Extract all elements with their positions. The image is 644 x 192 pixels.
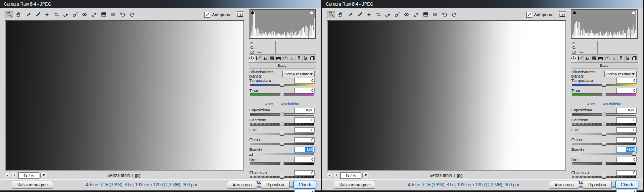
slider-thumb[interactable]	[280, 142, 284, 146]
tab-effects[interactable]: fx	[611, 55, 618, 62]
reset-button[interactable]: Ripristina	[261, 181, 290, 189]
fullscreen-toggle-icon[interactable]	[236, 11, 244, 18]
white-balance-select[interactable]: Come scattato	[282, 71, 315, 77]
hand-tool[interactable]	[336, 11, 345, 18]
save-image-button[interactable]: Salva immagine	[334, 181, 375, 189]
auto-link[interactable]: Auto	[265, 102, 273, 106]
panel-menu-icon[interactable]	[310, 63, 315, 68]
default-link[interactable]: Predefinito	[281, 102, 299, 106]
fullscreen-toggle-icon[interactable]	[558, 11, 566, 18]
zoom-level-dropdown[interactable]	[40, 173, 47, 178]
shadow-clipping-indicator-icon[interactable]	[572, 11, 577, 14]
slider-value-input[interactable]: 0	[294, 170, 315, 176]
slider-thumb[interactable]	[280, 122, 284, 126]
close-button[interactable]: Chiudi	[293, 181, 316, 189]
rotate-right-tool[interactable]	[450, 11, 458, 18]
preview-toggle[interactable]: Anteprima	[204, 12, 231, 18]
zoom-level-field[interactable]: 49,4%	[340, 172, 361, 179]
slider-thumb[interactable]	[602, 93, 606, 96]
slider-value-input[interactable]: +100	[616, 147, 637, 153]
tab-detail[interactable]	[262, 55, 269, 62]
zoom-in-button[interactable]: +	[12, 173, 17, 178]
crop-tool[interactable]	[374, 11, 383, 18]
hand-tool[interactable]	[14, 11, 23, 18]
slider-thumb[interactable]	[602, 142, 606, 146]
slider-track[interactable]	[572, 176, 636, 178]
slider-value-input[interactable]: 0	[616, 127, 637, 133]
slider-thumb[interactable]	[602, 162, 606, 165]
slider-value-input[interactable]: 0	[294, 117, 315, 123]
targeted-adjustment-tool[interactable]	[365, 11, 373, 18]
histogram[interactable]	[249, 9, 316, 39]
slider-thumb[interactable]	[602, 83, 606, 87]
slider-thumb[interactable]	[602, 175, 606, 179]
slider-thumb[interactable]	[280, 175, 284, 179]
slider-track[interactable]	[572, 133, 636, 135]
zoom-level-dropdown[interactable]	[362, 173, 369, 178]
slider-value-input[interactable]: 0	[294, 157, 315, 162]
slider-value-input[interactable]: 0	[616, 88, 637, 93]
slider-value-input[interactable]: 0,00	[616, 108, 637, 113]
workflow-options-link[interactable]: Adobe RGB (1998); 8 bit; 1920 per 1200 (…	[374, 183, 553, 187]
shadow-clipping-indicator-icon[interactable]	[250, 11, 255, 14]
tab-hsl-grayscale[interactable]	[591, 55, 598, 62]
red-eye-tool[interactable]	[80, 11, 89, 18]
tab-basic[interactable]	[249, 55, 255, 62]
tab-snapshots[interactable]	[309, 55, 316, 62]
slider-value-input[interactable]: 0	[616, 117, 637, 123]
slider-thumb[interactable]	[602, 112, 606, 116]
color-sampler-tool[interactable]	[355, 11, 364, 18]
tab-split-toning[interactable]	[598, 55, 605, 62]
tab-camera-calibration[interactable]	[296, 55, 303, 62]
straighten-tool[interactable]	[383, 11, 392, 18]
slider-track[interactable]	[250, 133, 314, 135]
reset-button[interactable]: Ripristina	[583, 181, 612, 189]
slider-value-input[interactable]: 0	[294, 127, 315, 133]
slider-track[interactable]	[572, 143, 636, 145]
slider-value-input[interactable]: 0	[616, 78, 637, 84]
slider-value-input[interactable]: 0	[616, 157, 637, 162]
rotate-left-tool[interactable]	[118, 11, 127, 18]
radial-filter-tool[interactable]	[431, 11, 439, 18]
slider-track[interactable]	[250, 143, 314, 145]
slider-value-input[interactable]: 0	[294, 137, 315, 143]
white-balance-tool[interactable]	[346, 11, 354, 18]
image-preview[interactable]	[5, 20, 244, 171]
panel-menu-icon[interactable]	[632, 63, 637, 68]
slider-thumb[interactable]	[602, 122, 606, 126]
slider-track[interactable]	[250, 176, 314, 178]
tab-effects[interactable]: fx	[289, 55, 296, 62]
spot-removal-tool[interactable]	[393, 11, 401, 18]
targeted-adjustment-tool[interactable]	[43, 11, 51, 18]
rotate-left-tool[interactable]	[440, 11, 449, 18]
graduated-filter-tool[interactable]	[421, 11, 430, 18]
slider-track[interactable]	[572, 84, 636, 86]
workflow-options-link[interactable]: Adobe RGB (1998); 8 bit; 1920 per 1200 (…	[52, 183, 231, 187]
tab-presets[interactable]	[625, 55, 632, 62]
zoom-out-button[interactable]: -	[327, 173, 332, 178]
slider-track[interactable]	[250, 153, 314, 155]
slider-thumb[interactable]	[280, 83, 284, 87]
rotate-right-tool[interactable]	[128, 11, 136, 18]
highlight-clipping-indicator-icon[interactable]	[310, 11, 314, 14]
tab-split-toning[interactable]	[276, 55, 283, 62]
preview-checkbox[interactable]	[526, 12, 532, 18]
slider-track[interactable]	[250, 93, 314, 96]
slider-track[interactable]	[250, 162, 314, 165]
slider-thumb[interactable]	[280, 132, 284, 136]
slider-thumb[interactable]	[280, 162, 284, 165]
tab-tone-curve[interactable]	[255, 55, 262, 62]
zoom-tool[interactable]	[5, 11, 13, 18]
adjustment-brush-tool[interactable]	[412, 11, 420, 18]
slider-track[interactable]	[250, 84, 314, 86]
slider-value-input[interactable]: 0,00	[294, 108, 315, 113]
highlight-clipping-indicator-icon[interactable]	[632, 11, 636, 14]
slider-track[interactable]	[572, 162, 636, 165]
tab-detail[interactable]	[584, 55, 591, 62]
open-copy-button[interactable]: Apri copia	[227, 181, 257, 189]
default-link[interactable]: Predefinito	[603, 102, 621, 106]
slider-track[interactable]	[572, 153, 636, 155]
open-copy-button[interactable]: Apri copia	[549, 181, 579, 189]
slider-thumb[interactable]	[249, 152, 253, 156]
image-preview[interactable]	[327, 20, 566, 171]
